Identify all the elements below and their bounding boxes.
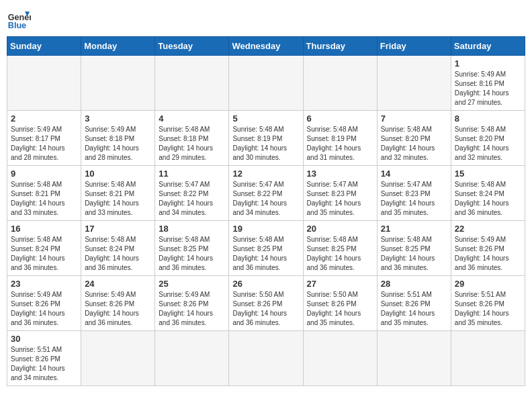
day-number: 12 bbox=[232, 169, 299, 179]
calendar-cell: 1Sunrise: 5:49 AM Sunset: 8:16 PM Daylig… bbox=[451, 56, 525, 111]
calendar-cell: 18Sunrise: 5:48 AM Sunset: 8:25 PM Dayli… bbox=[155, 221, 229, 276]
day-info: Sunrise: 5:49 AM Sunset: 8:26 PM Dayligh… bbox=[159, 290, 225, 328]
calendar-cell: 3Sunrise: 5:49 AM Sunset: 8:18 PM Daylig… bbox=[81, 111, 155, 166]
day-info: Sunrise: 5:48 AM Sunset: 8:24 PM Dayligh… bbox=[85, 235, 151, 273]
calendar-cell: 29Sunrise: 5:51 AM Sunset: 8:26 PM Dayli… bbox=[451, 276, 525, 331]
day-number: 8 bbox=[455, 113, 521, 124]
day-number: 24 bbox=[85, 279, 151, 289]
calendar-cell bbox=[377, 331, 451, 386]
logo: General Blue bbox=[7, 7, 31, 31]
day-info: Sunrise: 5:47 AM Sunset: 8:22 PM Dayligh… bbox=[159, 180, 225, 218]
day-info: Sunrise: 5:48 AM Sunset: 8:25 PM Dayligh… bbox=[232, 235, 299, 273]
calendar-cell: 21Sunrise: 5:48 AM Sunset: 8:25 PM Dayli… bbox=[377, 221, 451, 276]
day-number: 18 bbox=[159, 224, 225, 234]
weekday-header: Friday bbox=[377, 37, 451, 56]
day-number: 15 bbox=[455, 169, 521, 179]
calendar-cell: 25Sunrise: 5:49 AM Sunset: 8:26 PM Dayli… bbox=[155, 276, 229, 331]
day-info: Sunrise: 5:50 AM Sunset: 8:26 PM Dayligh… bbox=[232, 290, 299, 328]
calendar-cell: 4Sunrise: 5:48 AM Sunset: 8:18 PM Daylig… bbox=[155, 111, 229, 166]
day-number: 17 bbox=[85, 224, 151, 234]
day-info: Sunrise: 5:49 AM Sunset: 8:17 PM Dayligh… bbox=[11, 125, 77, 163]
calendar-cell: 22Sunrise: 5:49 AM Sunset: 8:26 PM Dayli… bbox=[451, 221, 525, 276]
day-info: Sunrise: 5:51 AM Sunset: 8:26 PM Dayligh… bbox=[455, 290, 521, 328]
day-number: 27 bbox=[307, 279, 373, 289]
calendar-cell: 5Sunrise: 5:48 AM Sunset: 8:19 PM Daylig… bbox=[229, 111, 303, 166]
day-info: Sunrise: 5:47 AM Sunset: 8:23 PM Dayligh… bbox=[381, 180, 447, 218]
day-number: 13 bbox=[307, 169, 373, 179]
calendar-cell: 15Sunrise: 5:48 AM Sunset: 8:24 PM Dayli… bbox=[451, 166, 525, 221]
calendar-cell: 19Sunrise: 5:48 AM Sunset: 8:25 PM Dayli… bbox=[229, 221, 303, 276]
calendar-cell bbox=[81, 331, 155, 386]
day-number: 28 bbox=[381, 279, 447, 289]
day-number: 23 bbox=[11, 279, 77, 289]
day-info: Sunrise: 5:48 AM Sunset: 8:21 PM Dayligh… bbox=[11, 180, 77, 218]
calendar-cell: 10Sunrise: 5:48 AM Sunset: 8:21 PM Dayli… bbox=[81, 166, 155, 221]
day-info: Sunrise: 5:47 AM Sunset: 8:23 PM Dayligh… bbox=[307, 180, 373, 218]
weekday-header: Thursday bbox=[303, 37, 377, 56]
header: General Blue bbox=[7, 7, 525, 31]
calendar-cell: 14Sunrise: 5:47 AM Sunset: 8:23 PM Dayli… bbox=[377, 166, 451, 221]
day-info: Sunrise: 5:48 AM Sunset: 8:20 PM Dayligh… bbox=[455, 125, 521, 163]
calendar-cell bbox=[7, 56, 81, 111]
calendar-table: SundayMondayTuesdayWednesdayThursdayFrid… bbox=[7, 36, 525, 386]
calendar-cell bbox=[229, 331, 303, 386]
day-number: 30 bbox=[11, 334, 77, 344]
day-number: 22 bbox=[455, 224, 521, 234]
calendar-cell bbox=[229, 56, 303, 111]
day-info: Sunrise: 5:48 AM Sunset: 8:18 PM Dayligh… bbox=[159, 125, 225, 163]
day-number: 7 bbox=[381, 113, 447, 124]
calendar-cell: 9Sunrise: 5:48 AM Sunset: 8:21 PM Daylig… bbox=[7, 166, 81, 221]
day-info: Sunrise: 5:49 AM Sunset: 8:26 PM Dayligh… bbox=[455, 235, 521, 273]
day-info: Sunrise: 5:48 AM Sunset: 8:25 PM Dayligh… bbox=[159, 235, 225, 273]
calendar-cell: 6Sunrise: 5:48 AM Sunset: 8:19 PM Daylig… bbox=[303, 111, 377, 166]
calendar-cell: 17Sunrise: 5:48 AM Sunset: 8:24 PM Dayli… bbox=[81, 221, 155, 276]
day-info: Sunrise: 5:47 AM Sunset: 8:22 PM Dayligh… bbox=[232, 180, 299, 218]
weekday-header: Wednesday bbox=[229, 37, 303, 56]
calendar-cell: 26Sunrise: 5:50 AM Sunset: 8:26 PM Dayli… bbox=[229, 276, 303, 331]
calendar-cell bbox=[303, 331, 377, 386]
day-number: 5 bbox=[232, 113, 299, 124]
day-info: Sunrise: 5:48 AM Sunset: 8:20 PM Dayligh… bbox=[381, 125, 447, 163]
day-info: Sunrise: 5:49 AM Sunset: 8:26 PM Dayligh… bbox=[85, 290, 151, 328]
calendar-cell: 27Sunrise: 5:50 AM Sunset: 8:26 PM Dayli… bbox=[303, 276, 377, 331]
calendar-cell bbox=[155, 56, 229, 111]
calendar-cell bbox=[81, 56, 155, 111]
day-info: Sunrise: 5:48 AM Sunset: 8:24 PM Dayligh… bbox=[455, 180, 521, 218]
day-number: 3 bbox=[85, 113, 151, 124]
day-info: Sunrise: 5:50 AM Sunset: 8:26 PM Dayligh… bbox=[307, 290, 373, 328]
day-info: Sunrise: 5:48 AM Sunset: 8:19 PM Dayligh… bbox=[307, 125, 373, 163]
logo-icon: General Blue bbox=[7, 7, 31, 31]
weekday-header: Saturday bbox=[451, 37, 525, 56]
day-number: 14 bbox=[381, 169, 447, 179]
calendar-cell: 12Sunrise: 5:47 AM Sunset: 8:22 PM Dayli… bbox=[229, 166, 303, 221]
calendar-cell: 11Sunrise: 5:47 AM Sunset: 8:22 PM Dayli… bbox=[155, 166, 229, 221]
day-info: Sunrise: 5:49 AM Sunset: 8:18 PM Dayligh… bbox=[85, 125, 151, 163]
day-number: 9 bbox=[11, 169, 77, 179]
day-info: Sunrise: 5:51 AM Sunset: 8:26 PM Dayligh… bbox=[11, 345, 77, 383]
day-number: 20 bbox=[307, 224, 373, 234]
day-number: 2 bbox=[11, 113, 77, 124]
day-info: Sunrise: 5:48 AM Sunset: 8:24 PM Dayligh… bbox=[11, 235, 77, 273]
day-number: 11 bbox=[159, 169, 225, 179]
calendar-cell: 7Sunrise: 5:48 AM Sunset: 8:20 PM Daylig… bbox=[377, 111, 451, 166]
calendar-cell: 28Sunrise: 5:51 AM Sunset: 8:26 PM Dayli… bbox=[377, 276, 451, 331]
weekday-header: Sunday bbox=[7, 37, 81, 56]
calendar-cell: 13Sunrise: 5:47 AM Sunset: 8:23 PM Dayli… bbox=[303, 166, 377, 221]
day-number: 1 bbox=[455, 58, 521, 68]
day-info: Sunrise: 5:48 AM Sunset: 8:25 PM Dayligh… bbox=[381, 235, 447, 273]
day-number: 26 bbox=[232, 279, 299, 289]
day-info: Sunrise: 5:48 AM Sunset: 8:19 PM Dayligh… bbox=[232, 125, 299, 163]
day-number: 21 bbox=[381, 224, 447, 234]
calendar-cell: 8Sunrise: 5:48 AM Sunset: 8:20 PM Daylig… bbox=[451, 111, 525, 166]
calendar-cell: 30Sunrise: 5:51 AM Sunset: 8:26 PM Dayli… bbox=[7, 331, 81, 386]
day-info: Sunrise: 5:49 AM Sunset: 8:26 PM Dayligh… bbox=[11, 290, 77, 328]
weekday-header: Tuesday bbox=[155, 37, 229, 56]
day-number: 6 bbox=[307, 113, 373, 124]
weekday-header: Monday bbox=[81, 37, 155, 56]
calendar-cell bbox=[451, 331, 525, 386]
day-number: 16 bbox=[11, 224, 77, 234]
calendar-cell: 16Sunrise: 5:48 AM Sunset: 8:24 PM Dayli… bbox=[7, 221, 81, 276]
day-info: Sunrise: 5:48 AM Sunset: 8:21 PM Dayligh… bbox=[85, 180, 151, 218]
calendar-cell: 24Sunrise: 5:49 AM Sunset: 8:26 PM Dayli… bbox=[81, 276, 155, 331]
calendar-cell: 23Sunrise: 5:49 AM Sunset: 8:26 PM Dayli… bbox=[7, 276, 81, 331]
